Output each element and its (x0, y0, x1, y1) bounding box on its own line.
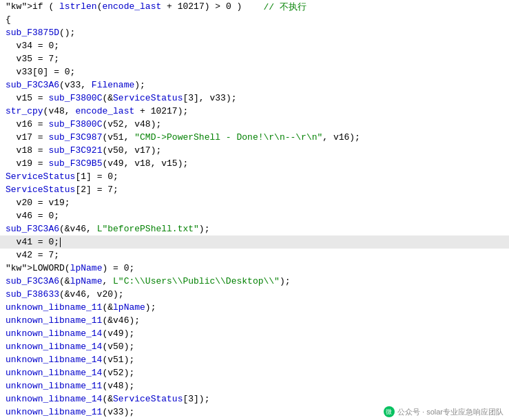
code-line-21: "kw">LOWORD(lpName) = 0; (0, 262, 509, 275)
code-line-28: unknown_libname_14(v51); (0, 353, 509, 366)
code-container: "kw">if ( lstrlen(encode_last + 10217) >… (0, 0, 509, 420)
code-line-29: unknown_libname_14(v52); (0, 366, 509, 379)
code-line-5: v35 = 7; (0, 52, 509, 65)
code-line-4: v34 = 0; (0, 39, 509, 52)
watermark: 微 公众号 · solar专业应急响应团队 (384, 406, 503, 417)
code-line-22: sub_F3C3A6(&lpName, L"C:\\Users\\Public\… (0, 275, 509, 288)
code-line-11: v17 = sub_F3C987(v51, "CMD->PowerShell -… (0, 131, 509, 144)
code-line-10: v16 = sub_F3800C(v52, v48); (0, 118, 509, 131)
watermark-text: 公众号 · solar专业应急响应团队 (397, 407, 503, 417)
code-line-25: unknown_libname_11(&v46); (0, 314, 509, 327)
code-line-18: sub_F3C3A6(&v46, L"beforePShell.txt"); (0, 222, 509, 235)
code-line-6: v33[0] = 0; (0, 65, 509, 78)
code-line-26: unknown_libname_14(v49); (0, 327, 509, 340)
code-line-15: ServiceStatus[2] = 7; (0, 183, 509, 196)
code-line-20: v42 = 7; (0, 249, 509, 262)
code-line-12: v18 = sub_F3C921(v50, v17); (0, 144, 509, 157)
code-line-23: sub_F38633(&v46, v20); (0, 288, 509, 301)
code-line-17: v46 = 0; (0, 209, 509, 222)
code-line-9: str_cpy(v48, encode_last + 10217); (0, 105, 509, 118)
code-line-31: unknown_libname_14(&ServiceStatus[3]); (0, 392, 509, 406)
code-line-7: sub_F3C3A6(v33, Filename); (0, 78, 509, 92)
code-line-27: unknown_libname_14(v50); (0, 340, 509, 353)
code-line-2: { (0, 13, 509, 26)
code-line-24: unknown_libname_11(&lpName); (0, 301, 509, 314)
code-line-8: v15 = sub_F3800C(&ServiceStatus[3], v33)… (0, 92, 509, 105)
code-line-14: ServiceStatus[1] = 0; (0, 170, 509, 183)
code-lines: "kw">if ( lstrlen(encode_last + 10217) >… (0, 0, 509, 419)
text-cursor (60, 238, 61, 247)
code-line-1: "kw">if ( lstrlen(encode_last + 10217) >… (0, 0, 509, 13)
code-line-30: unknown_libname_11(v48); (0, 379, 509, 392)
code-line-3: sub_F3875D(); (0, 26, 509, 39)
code-line-16: v20 = v19; (0, 196, 509, 209)
watermark-icon: 微 (384, 406, 395, 417)
code-line-13: v19 = sub_F3C9B5(v49, v18, v15); (0, 157, 509, 170)
code-line-19: v41 = 0; (0, 235, 509, 249)
